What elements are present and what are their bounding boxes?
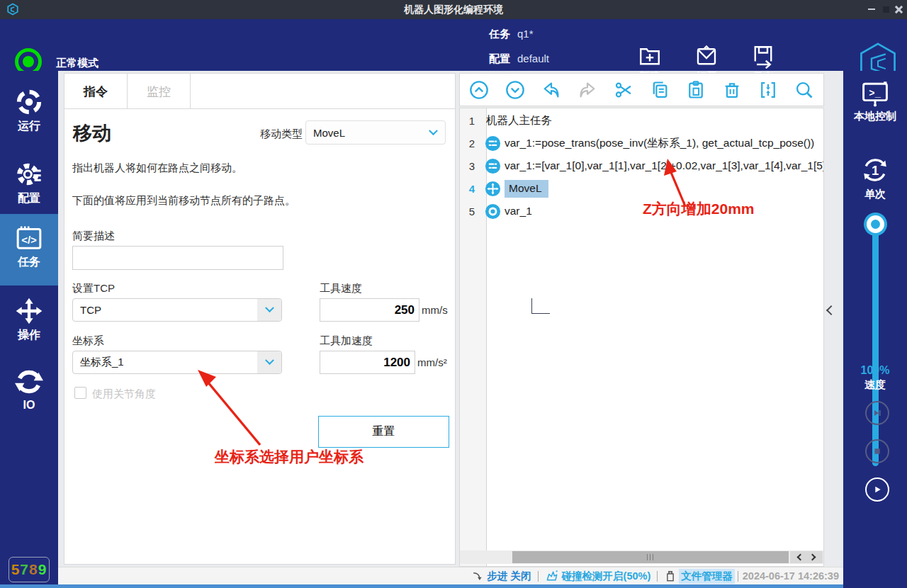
task-label: 任务 [489,28,510,40]
instruction-panel: 指令 监控 移动 移动类型 MoveL 指出机器人将如何在路点之间移动。 下面的… [64,73,456,565]
page-title: 移动 [73,120,111,146]
tool-speed-unit: mm/s [422,304,448,316]
tree-row-movel[interactable]: 4 MoveL [460,178,824,199]
minimize-button[interactable] [865,3,878,16]
stop-icon [872,446,883,457]
task-code-window-icon: </> [14,224,44,252]
header-bar: 正常模式 任务q1* 配置default 新建 打开 保存 [0,19,907,71]
frame-annotation-text: 坐标系选择用户坐标系 [215,447,364,467]
paste-button[interactable] [685,79,706,101]
single-run[interactable]: 1 单次 [843,154,907,201]
close-button[interactable] [892,3,905,16]
panel-collapse-button[interactable] [828,303,839,319]
window-titlebar: 机器人图形化编程环境 [0,0,907,19]
sidebar-item-run[interactable]: 运行 [0,78,58,149]
move-type-label: 移动类型 [260,128,303,141]
scrollbar-thumb[interactable] [512,551,789,563]
brief-description-input[interactable] [72,246,283,270]
sidebar-item-label: 任务 [0,255,58,270]
tree-row-main-task[interactable]: 1 机器人主任务 [460,110,824,131]
description-line2: 下面的值将应用到当前移动节点所有的子路点。 [72,194,295,208]
local-control[interactable]: >_ 本地控制 [843,81,907,123]
play-button[interactable] [865,477,889,502]
tree-row-waypoint[interactable]: 5 var_1 [460,200,824,222]
speed-slider-handle[interactable] [864,213,887,236]
collision-detection-status[interactable]: 碰撞检测开启(50%) [545,569,651,583]
undo-button[interactable] [541,79,562,101]
gear-icon [15,160,43,188]
line-number-gutter [460,108,487,566]
chevron-down-icon [429,126,438,135]
speed-percent: 100% [843,364,907,377]
sidebar-item-operate[interactable]: 操作 [0,287,58,358]
file-manager-status[interactable]: 文件管理器 [664,569,735,584]
sidebar-item-io[interactable]: IO [0,358,58,429]
left-sidebar: 运行 配置 </> 任务 操作 [0,71,58,584]
tool-speed-input[interactable]: 250 [320,298,419,322]
z-annotation-text: Z方向增加20mm [643,199,755,219]
tree-row-label-selected: MoveL [505,180,548,198]
horizontal-scrollbar[interactable] [460,550,823,564]
sidebar-item-label: 配置 [0,191,58,206]
program-tree-panel: 1 机器人主任务 2 var_1:=pose_trans(pose_inv(坐标… [459,108,824,567]
scroll-right-icon[interactable] [809,554,816,561]
sidebar-item-config[interactable]: 配置 [0,150,58,221]
move-up-button[interactable] [468,79,490,101]
speed-label: 速度 [843,378,907,392]
cut-button[interactable] [613,79,634,101]
panel-tabs: 指令 监控 [64,74,455,109]
replace-button[interactable] [757,79,779,101]
config-label: 配置 [489,52,510,64]
move-type-dropdown[interactable]: MoveL [305,120,446,145]
play-icon [872,484,883,495]
save-icon [750,43,776,69]
badge-digit-3: 9 [38,561,47,578]
move-type-value: MoveL [306,127,421,139]
sidebar-item-task[interactable]: </> 任务 [0,214,58,285]
variable-icon [485,135,501,152]
step-mode-status[interactable]: 步进 关闭 [471,570,531,583]
redo-button[interactable] [577,79,598,101]
maximize-button[interactable] [879,3,892,16]
new-folder-icon [637,43,663,69]
local-control-terminal-icon: >_ [860,81,890,108]
tree-row-assign-1[interactable]: 2 var_1:=pose_trans(pose_inv(坐标系_1), get… [460,132,824,154]
svg-text:</>: </> [21,234,37,246]
tool-accel-input[interactable]: 1200 [320,351,415,374]
tool-speed-label: 工具速度 [320,282,362,295]
badge-digit-2: 8 [29,561,38,578]
single-run-label: 单次 [843,188,907,201]
move-down-button[interactable] [505,79,526,101]
stop-button[interactable] [865,439,889,463]
io-swap-icon [15,368,43,396]
tree-connector-line [531,298,550,314]
tab-instruction[interactable]: 指令 [64,74,128,109]
waypoint-icon [485,203,501,220]
usb-drive-icon [664,570,677,582]
tab-monitor[interactable]: 监控 [128,74,191,109]
use-joint-angle-checkbox[interactable] [74,387,86,399]
right-sidebar: >_ 本地控制 1 单次 100% 速度 [843,71,907,588]
window-title: 机器人图形化编程环境 [0,4,907,16]
sidebar-item-label: 操作 [0,328,58,343]
config-value: default [517,52,549,64]
search-button[interactable] [794,79,815,101]
scroll-left-icon[interactable] [796,554,804,561]
move-arrows-icon [15,297,43,325]
delete-button[interactable] [721,79,743,101]
bottom-accent-line [0,584,843,588]
copy-button[interactable] [649,79,670,101]
tcp-dropdown[interactable]: TCP [72,298,282,322]
speed-slider-track[interactable] [872,224,879,466]
skip-next-button[interactable] [865,401,889,425]
tree-row-label: var_1:=pose_trans(pose_inv(坐标系_1), get_a… [505,136,814,151]
open-file-icon [694,43,719,69]
tree-row-assign-2[interactable]: 3 var_1:=[var_1[0],var_1[1],var_1[2]+0.0… [460,155,824,176]
run-target-icon [15,88,43,116]
tcp-label: 设置TCP [72,282,115,295]
status-badge: 5789 [9,557,50,582]
use-joint-angle-label: 使用关节角度 [92,388,156,401]
tool-accel-label: 工具加速度 [320,334,373,348]
sidebar-item-label: 运行 [0,119,58,134]
reset-button[interactable]: 重置 [318,416,449,448]
